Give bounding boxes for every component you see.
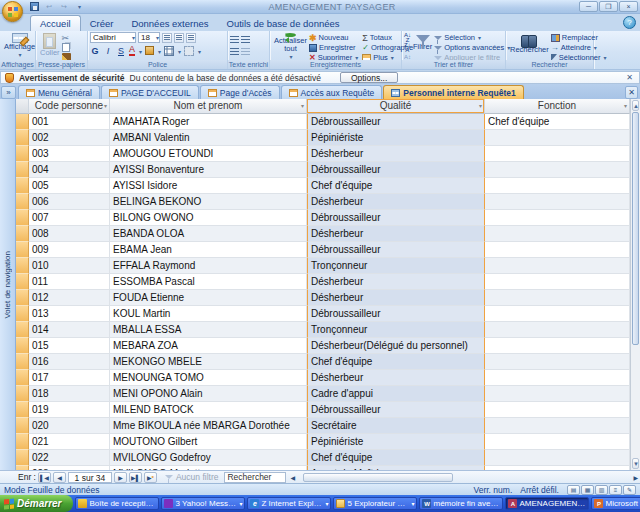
last-record-button[interactable]: ▶▌: [129, 472, 142, 483]
first-record-button[interactable]: ▌◀: [38, 472, 51, 483]
cell-fonction[interactable]: [485, 434, 630, 450]
doc-tab[interactable]: Personnel interne Requête1: [383, 85, 523, 99]
record-selector[interactable]: [16, 194, 29, 210]
table-row[interactable]: 021MOUTONO GilbertPépiniériste: [16, 434, 630, 450]
save-icon[interactable]: [28, 2, 40, 12]
goto-button[interactable]: Atteindre: [551, 43, 607, 52]
cell-nom[interactable]: MEKONGO MBELE: [110, 354, 307, 370]
cell-fonction[interactable]: [485, 338, 630, 354]
record-selector[interactable]: [16, 418, 29, 434]
cell-nom[interactable]: MEBARA ZOA: [110, 338, 307, 354]
record-selector[interactable]: [16, 226, 29, 242]
cell-fonction[interactable]: [485, 306, 630, 322]
table-row[interactable]: 001AMAHATA RogerDébroussailleurChef d'éq…: [16, 114, 630, 130]
table-row[interactable]: 014MBALLA ESSATronçonneur: [16, 322, 630, 338]
cell-qualite[interactable]: Tronçonneur: [307, 322, 485, 338]
find-button[interactable]: Rechercher: [508, 32, 551, 60]
copy-button[interactable]: [62, 43, 71, 52]
cell-code[interactable]: 015: [29, 338, 110, 354]
record-selector[interactable]: [16, 450, 29, 466]
table-row[interactable]: 011ESSOMBA PascalDésherbeur: [16, 274, 630, 290]
cell-fonction[interactable]: [485, 242, 630, 258]
cell-qualite[interactable]: Pépiniériste: [307, 130, 485, 146]
tab-creer[interactable]: Créer: [81, 16, 123, 31]
record-selector[interactable]: [16, 242, 29, 258]
cell-code[interactable]: 017: [29, 370, 110, 386]
record-selector[interactable]: [16, 146, 29, 162]
taskbar-button[interactable]: AMENAGEMENT ...: [505, 497, 589, 510]
hscrollbar-thumb[interactable]: [303, 473, 453, 482]
table-row[interactable]: 016MEKONGO MBELEChef d'équipe: [16, 354, 630, 370]
numbering-icon[interactable]: [241, 36, 250, 44]
cell-nom[interactable]: BELINGA BEKONO: [110, 194, 307, 210]
doc-tab[interactable]: Accès aux Requête: [281, 85, 383, 99]
record-selector[interactable]: [16, 258, 29, 274]
new-record-nav-button[interactable]: ▶*: [144, 472, 157, 483]
table-row[interactable]: 010EFFALA RaymondTronçonneur: [16, 258, 630, 274]
column-header-fonction[interactable]: Fonction▾: [485, 99, 630, 114]
taskbar-button[interactable]: 3 Yahoo! Messe...▾: [161, 497, 245, 510]
datasheet-view-shortcut-icon[interactable]: ▤: [567, 485, 580, 495]
cell-nom[interactable]: AMAHATA Roger: [110, 114, 307, 130]
cell-code[interactable]: 008: [29, 226, 110, 242]
table-row[interactable]: 009EBAMA JeanDébroussailleur: [16, 242, 630, 258]
pivot-chart-view-icon[interactable]: ▥: [595, 485, 608, 495]
record-selector[interactable]: [16, 354, 29, 370]
indent-icon[interactable]: [230, 36, 239, 44]
column-header-code[interactable]: Code personne▾: [29, 99, 110, 114]
left-to-right-icon[interactable]: [241, 48, 250, 56]
cell-nom[interactable]: AYISSI Isidore: [110, 178, 307, 194]
nav-pane-expand-icon[interactable]: »: [1, 86, 16, 99]
cell-qualite[interactable]: Débroussailleur: [307, 162, 485, 178]
refresh-all-button[interactable]: Actualiser tout: [272, 32, 309, 60]
column-header-qualite[interactable]: Qualité▾: [307, 99, 485, 114]
table-row[interactable]: 007BILONG OWONODébroussailleur: [16, 210, 630, 226]
select-all-corner[interactable]: [16, 99, 29, 114]
cell-fonction[interactable]: [485, 418, 630, 434]
table-row[interactable]: 020Mme BIKOULA née MBARGA DorothéeSecrét…: [16, 418, 630, 434]
cell-qualite[interactable]: Désherbeur: [307, 146, 485, 162]
cell-qualite[interactable]: Débroussailleur: [307, 114, 485, 130]
cell-qualite[interactable]: Chef d'équipe: [307, 354, 485, 370]
cell-fonction[interactable]: [485, 194, 630, 210]
cell-fonction[interactable]: [485, 178, 630, 194]
cell-code[interactable]: 019: [29, 402, 110, 418]
start-button[interactable]: Démarrer: [0, 495, 73, 512]
cell-code[interactable]: 020: [29, 418, 110, 434]
redo-icon[interactable]: ↪: [58, 2, 70, 12]
close-button[interactable]: ×: [619, 1, 638, 12]
cell-qualite[interactable]: Tronçonneur: [307, 258, 485, 274]
cell-fonction[interactable]: [485, 162, 630, 178]
cell-code[interactable]: 021: [29, 434, 110, 450]
cell-qualite[interactable]: Débroussailleur: [307, 210, 485, 226]
cell-qualite[interactable]: Désherbeur(Délégué du personnel): [307, 338, 485, 354]
record-selector[interactable]: [16, 130, 29, 146]
cell-nom[interactable]: AMOUGOU ETOUNDI: [110, 146, 307, 162]
tab-accueil[interactable]: Accueil: [30, 15, 81, 31]
cell-nom[interactable]: MENI OPONO Alain: [110, 386, 307, 402]
scroll-down-icon[interactable]: ▼: [632, 458, 639, 469]
cell-nom[interactable]: FOUDA Etienne: [110, 290, 307, 306]
cell-nom[interactable]: Mme BIKOULA née MBARGA Dorothée: [110, 418, 307, 434]
table-row[interactable]: 005AYISSI IsidoreChef d'équipe: [16, 178, 630, 194]
bold-button[interactable]: G: [90, 46, 100, 56]
record-selector[interactable]: [16, 306, 29, 322]
cell-fonction[interactable]: [485, 258, 630, 274]
borders-icon[interactable]: [164, 46, 174, 56]
tab-donnees-externes[interactable]: Données externes: [122, 16, 217, 31]
cell-nom[interactable]: EBAMA Jean: [110, 242, 307, 258]
taskbar-button[interactable]: Z Internet Explo...▾: [247, 497, 331, 510]
record-selector[interactable]: [16, 274, 29, 290]
gridlines-icon[interactable]: [184, 46, 194, 56]
selection-button[interactable]: Sélection: [434, 33, 510, 42]
message-bar-close-icon[interactable]: ✕: [624, 73, 635, 82]
cell-fonction[interactable]: [485, 386, 630, 402]
cell-code[interactable]: 014: [29, 322, 110, 338]
cell-code[interactable]: 022: [29, 450, 110, 466]
cell-qualite[interactable]: Désherbeur: [307, 194, 485, 210]
cell-qualite[interactable]: Débroussailleur: [307, 402, 485, 418]
record-selector[interactable]: [16, 210, 29, 226]
cell-code[interactable]: 011: [29, 274, 110, 290]
save-record-button[interactable]: Enregistrer: [309, 43, 358, 52]
bullets-icon[interactable]: [230, 48, 239, 56]
